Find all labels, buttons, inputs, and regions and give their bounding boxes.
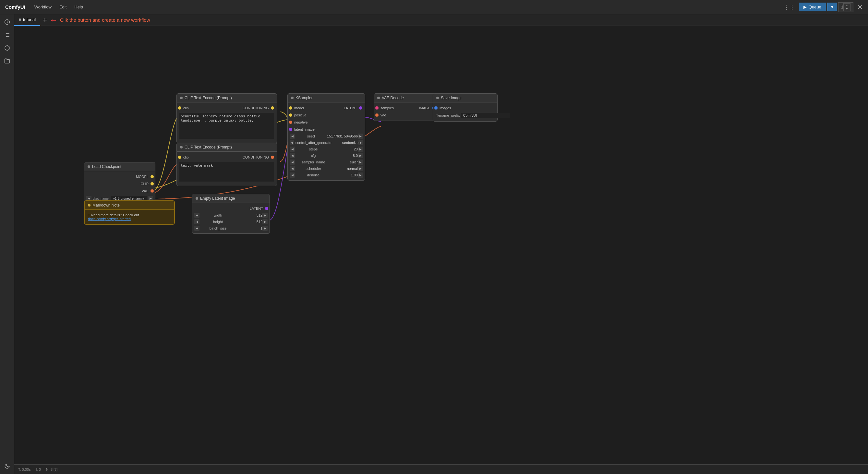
width-next-btn[interactable]: ▶	[262, 213, 268, 218]
node-clip-encode-1: CLIP Text Encode (Prompt) clip CONDITION…	[177, 93, 277, 143]
port-vae-out[interactable]	[151, 189, 154, 193]
sidebar-icon-cube[interactable]	[2, 43, 12, 53]
sidebar-bottom	[2, 461, 12, 471]
sidebar-icon-list[interactable]	[2, 30, 12, 40]
port-model-in[interactable]	[289, 106, 292, 109]
queue-label: Queue	[809, 4, 821, 9]
port-samples-in[interactable]	[375, 106, 378, 109]
close-button[interactable]: ✕	[855, 3, 865, 11]
add-tab-button[interactable]: +	[40, 17, 50, 24]
sidebar-icon-history[interactable]	[2, 17, 12, 27]
queue-dropdown-button[interactable]: ▼	[827, 3, 837, 11]
tab-dot	[19, 19, 21, 21]
clip-in-label: clip	[183, 106, 189, 110]
queue-button[interactable]: ▶ Queue	[799, 3, 826, 11]
latent-param-batch: ◀ batch_size 1 ▶	[192, 225, 270, 231]
save-row-images: images	[433, 104, 497, 112]
node-clip-encode-1-header: CLIP Text Encode (Prompt)	[177, 94, 277, 102]
sidebar-icon-folder[interactable]	[2, 56, 12, 66]
port-clip-in2[interactable]	[178, 156, 181, 159]
filename-prefix-input[interactable]	[461, 113, 510, 118]
steps-next-btn[interactable]: ▶	[358, 147, 363, 152]
cond-out-label2: CONDITIONING	[243, 155, 269, 159]
batch-prev-btn[interactable]: ◀	[194, 226, 199, 231]
node-clip-encode-1-body: clip CONDITIONING beautiful scenery natu…	[177, 102, 277, 143]
port-positive-in[interactable]	[289, 114, 292, 117]
denoise-next-btn[interactable]: ▶	[358, 172, 363, 178]
top-bar: ComfyUI Workflow Edit Help ⋮⋮ ▶ Queue ▼ …	[0, 0, 868, 14]
control-value: randomize	[333, 141, 359, 145]
width-prev-btn[interactable]: ◀	[194, 213, 199, 218]
port-latent-out2[interactable]	[265, 207, 268, 210]
control-next-btn[interactable]: ▶	[359, 140, 363, 145]
menu-edit[interactable]: Edit	[56, 4, 70, 9]
image-out-label: IMAGE	[419, 106, 430, 110]
batch-next-btn[interactable]: ▶	[262, 226, 268, 231]
dots-icon[interactable]: ⋮⋮	[781, 4, 798, 11]
port-cond-out2[interactable]	[271, 156, 274, 159]
scheduler-next-btn[interactable]: ▶	[358, 166, 363, 171]
seed-next-btn[interactable]: ▶	[358, 134, 363, 139]
port-latent-in[interactable]	[289, 128, 292, 131]
latent-param-width: ◀ width 512 ▶	[192, 212, 270, 219]
status-n: N: 8 [8]	[46, 468, 57, 471]
height-next-btn[interactable]: ▶	[262, 219, 268, 224]
clip-encode-1-textarea-container: beautiful scenery nature glass bottle la…	[177, 112, 277, 141]
ksampler-row-negative: negative	[288, 119, 365, 126]
port-latent-out[interactable]	[359, 106, 362, 109]
arrow-indicator: ←	[50, 15, 57, 25]
sampler-prev-btn[interactable]: ◀	[290, 159, 295, 165]
port-model-out[interactable]	[151, 175, 154, 178]
markdown-header: Markdown Note	[85, 201, 174, 210]
port-vae-in[interactable]	[375, 114, 378, 117]
clip-encode-2-textarea[interactable]: text, watermark	[179, 162, 274, 182]
cfg-prev-btn[interactable]: ◀	[290, 153, 295, 158]
latent-row-out: LATENT	[192, 205, 270, 212]
height-label: height	[199, 220, 237, 224]
cfg-next-btn[interactable]: ▶	[358, 153, 363, 158]
markdown-need-more: Need more details? Check out	[91, 213, 139, 217]
steps-prev-btn[interactable]: ◀	[290, 147, 295, 152]
menu-help[interactable]: Help	[70, 4, 87, 9]
menu-workflow[interactable]: Workflow	[30, 4, 56, 9]
node-load-checkpoint-body: MODEL CLIP VAE ◀ ckpt_name ▶	[84, 171, 155, 204]
node-clip-encode-2-title: CLIP Text Encode (Prompt)	[185, 145, 232, 150]
queue-decrement-button[interactable]: ▼	[844, 7, 850, 11]
topbar-right: ⋮⋮ ▶ Queue ▼ 1 ▲ ▼ ✕	[781, 2, 868, 12]
sampler-value: euler	[332, 160, 358, 164]
markdown-title: Markdown Note	[92, 203, 120, 208]
batch-label: batch_size	[199, 226, 237, 230]
seed-prev-btn[interactable]: ◀	[290, 134, 295, 139]
instruction-text: Clik the button and create a new workflo…	[60, 17, 150, 23]
sidebar-icon-moon[interactable]	[2, 461, 12, 471]
ksampler-row-latent: latent_image	[288, 126, 365, 133]
vae-in-label: vae	[380, 113, 386, 117]
sampler-next-btn[interactable]: ▶	[358, 159, 363, 165]
port-clip-in1[interactable]	[178, 106, 181, 109]
queue-increment-button[interactable]: ▲	[844, 4, 850, 7]
canvas[interactable]: Load Checkpoint MODEL CLIP VAE ◀ ckpt_na…	[14, 26, 868, 474]
markdown-link[interactable]: docs.comfy.org/get_started	[88, 217, 131, 221]
port-negative-in[interactable]	[289, 121, 292, 124]
seed-label: seed	[295, 134, 327, 138]
status-t: T: 0.00s	[18, 468, 31, 471]
samples-label: samples	[380, 106, 394, 110]
model-label: MODEL	[136, 175, 149, 179]
height-prev-btn[interactable]: ◀	[194, 219, 199, 224]
control-prev-btn[interactable]: ◀	[290, 140, 294, 145]
node-dot	[88, 165, 90, 168]
denoise-prev-btn[interactable]: ◀	[290, 172, 295, 178]
port-clip-out[interactable]	[151, 182, 154, 185]
ksampler-param-steps: ◀ steps 20 ▶	[288, 146, 365, 152]
positive-label: positive	[294, 113, 306, 117]
cfg-value: 8.0	[332, 154, 358, 158]
markdown-text: □	[88, 213, 91, 217]
port-cond-out1[interactable]	[271, 106, 274, 109]
node-dot	[180, 97, 183, 99]
status-i: I: 0	[36, 468, 41, 471]
filename-row: filename_prefix	[433, 112, 497, 119]
tab-tutorial[interactable]: tutorial	[14, 14, 40, 26]
clip-encode-1-textarea[interactable]: beautiful scenery nature glass bottle la…	[179, 113, 274, 139]
scheduler-prev-btn[interactable]: ◀	[290, 166, 295, 171]
port-images-in[interactable]	[434, 106, 438, 109]
